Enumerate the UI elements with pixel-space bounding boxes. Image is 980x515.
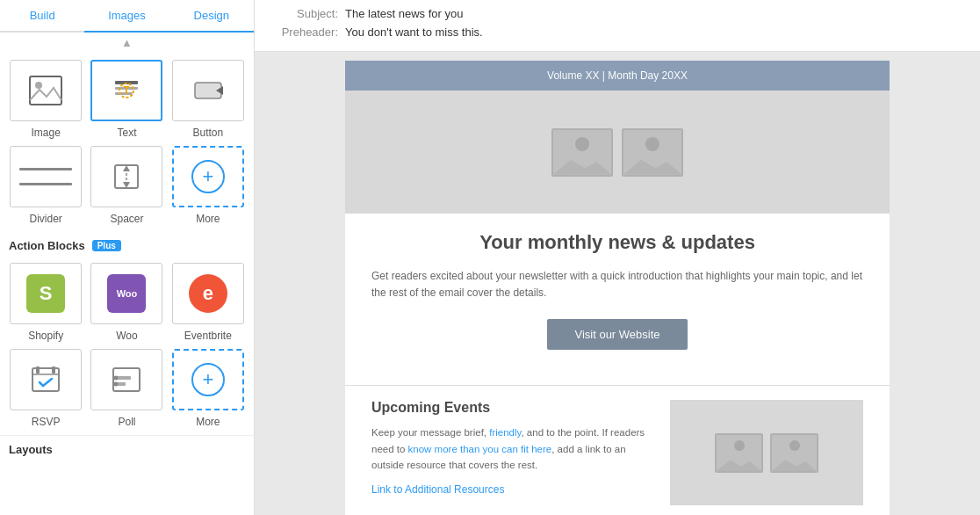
block-image[interactable]: Image	[9, 60, 83, 139]
email-preview: Volume XX | Month Day 20XX Your monthly …	[255, 52, 980, 515]
spacer-icon	[90, 146, 162, 207]
block-spacer-label: Spacer	[110, 213, 143, 225]
block-spacer[interactable]: Spacer	[90, 146, 163, 225]
text-icon: T	[90, 60, 162, 121]
block-more-label: More	[196, 213, 220, 225]
hero-img-icon-1	[551, 128, 613, 177]
email-meta-header: Subject: The latest news for you Prehead…	[255, 0, 980, 52]
poll-icon	[90, 349, 162, 410]
event-img-icon-1	[715, 433, 763, 473]
block-button-label: Button	[192, 127, 223, 139]
subject-label: Subject:	[272, 7, 338, 20]
block-image-label: Image	[31, 127, 60, 139]
email-container: Volume XX | Month Day 20XX Your monthly …	[345, 61, 890, 515]
email-intro: Get readers excited about your newslette…	[371, 268, 863, 301]
plus-badge: Plus	[92, 240, 121, 251]
events-link[interactable]: Link to Additional Resources	[371, 483, 504, 496]
button-icon	[172, 60, 244, 121]
tab-build[interactable]: Build	[0, 0, 84, 33]
block-woo-label: Woo	[116, 330, 137, 342]
block-rsvp[interactable]: RSVP	[9, 349, 83, 428]
hero-image	[345, 91, 890, 214]
preheader-label: Preheader:	[272, 25, 338, 39]
image-icon	[10, 60, 82, 121]
events-section: Upcoming Events Keep your message brief,…	[345, 400, 890, 515]
svg-point-1	[35, 82, 42, 89]
block-eventbrite[interactable]: e Eventbrite	[171, 263, 245, 342]
action-more-icon: +	[172, 349, 244, 410]
events-title: Upcoming Events	[371, 400, 656, 416]
email-headline: Your monthly news & updates	[371, 231, 863, 254]
content-blocks-grid: Image T Text But	[0, 53, 254, 232]
subject-value: The latest news for you	[345, 7, 463, 20]
svg-point-21	[114, 382, 119, 387]
tabs-bar: Build Images Design	[0, 0, 254, 33]
block-text-label: Text	[117, 127, 136, 139]
block-rsvp-label: RSVP	[32, 416, 61, 428]
email-body: Your monthly news & updates Get readers …	[345, 214, 890, 385]
block-woo[interactable]: Woo Woo	[90, 263, 163, 342]
action-blocks-label: Action Blocks	[9, 239, 85, 252]
action-blocks-grid: S Shopify Woo Woo e Eventbrite	[0, 256, 254, 435]
block-divider-label: Divider	[29, 213, 61, 225]
block-divider[interactable]: Divider	[9, 146, 83, 225]
preheader-value: You don't want to miss this.	[345, 25, 483, 39]
sidebar: Build Images Design ▲ Image	[0, 0, 255, 515]
scroll-up-indicator: ▲	[0, 33, 254, 53]
svg-marker-12	[123, 182, 130, 188]
preheader-row: Preheader: You don't want to miss this.	[272, 25, 962, 39]
block-text[interactable]: T Text	[90, 60, 163, 139]
action-blocks-header: Action Blocks Plus	[0, 232, 254, 256]
block-action-more-label: More	[196, 416, 220, 428]
block-eventbrite-label: Eventbrite	[184, 330, 232, 342]
subject-row: Subject: The latest news for you	[272, 7, 962, 20]
email-volume-header: Volume XX | Month Day 20XX	[345, 61, 890, 91]
eventbrite-icon: e	[172, 263, 244, 324]
tab-images[interactable]: Images	[84, 0, 169, 33]
shopify-icon: S	[10, 263, 82, 324]
block-action-more[interactable]: + More	[171, 349, 245, 428]
layouts-label: Layouts	[9, 443, 53, 456]
block-button[interactable]: Button	[171, 60, 245, 139]
block-shopify-label: Shopify	[28, 330, 63, 342]
volume-text: Volume XX | Month Day 20XX	[547, 69, 688, 82]
events-image	[670, 400, 863, 505]
block-poll-label: Poll	[118, 416, 135, 428]
block-shopify[interactable]: S Shopify	[9, 263, 83, 342]
svg-rect-18	[117, 376, 131, 380]
svg-point-20	[114, 376, 119, 381]
tab-design[interactable]: Design	[169, 0, 254, 33]
block-poll[interactable]: Poll	[90, 349, 163, 428]
svg-marker-11	[123, 165, 130, 171]
main-content: Subject: The latest news for you Prehead…	[255, 0, 980, 515]
events-text: Upcoming Events Keep your message brief,…	[371, 400, 656, 505]
block-more[interactable]: + More	[171, 146, 245, 225]
svg-rect-15	[36, 366, 40, 374]
svg-rect-16	[52, 366, 55, 374]
woo-icon: Woo	[90, 263, 162, 324]
email-divider	[345, 385, 890, 386]
cta-button[interactable]: Visit our Website	[547, 319, 688, 350]
divider-icon	[10, 146, 82, 207]
hero-img-icon-2	[622, 128, 683, 177]
events-body: Keep your message brief, friendly, and t…	[371, 424, 656, 473]
layouts-section: Layouts	[0, 435, 254, 456]
more-content-icon: +	[172, 146, 244, 207]
event-img-icon-2	[770, 433, 818, 473]
rsvp-icon	[10, 349, 82, 410]
svg-rect-0	[30, 76, 61, 105]
svg-text:T: T	[124, 84, 131, 97]
